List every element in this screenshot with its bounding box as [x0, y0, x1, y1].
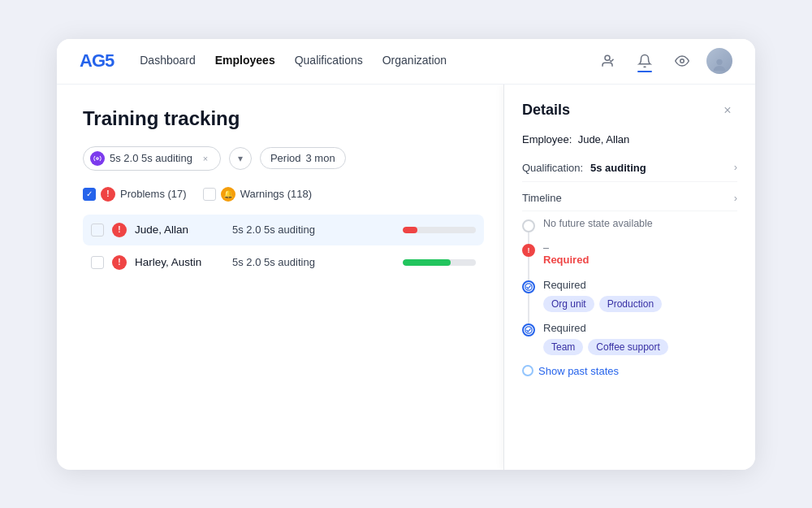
row1-checkbox[interactable]: [91, 224, 104, 237]
employee-label: Employee:: [522, 133, 572, 145]
row2-problem-badge: !: [112, 255, 127, 270]
team-tag-row: Team Coffee support: [543, 339, 737, 355]
required-org-label: Required: [543, 279, 737, 291]
timeline-dropdown[interactable]: Timeline ›: [522, 185, 737, 211]
table-row[interactable]: ! Jude, Allan 5s 2.0 5s auditing: [83, 215, 484, 245]
close-button[interactable]: ×: [718, 101, 737, 120]
coffee-support-tag: Coffee support: [588, 339, 668, 355]
problems-badge: !: [101, 187, 115, 202]
eye-icon-btn[interactable]: [669, 48, 695, 74]
nav-link-employees[interactable]: Employees: [215, 54, 275, 68]
show-past-dot: [522, 365, 533, 376]
timeline-item-required-red: ! – Required: [522, 242, 737, 269]
bell-icon-btn[interactable]: [632, 48, 658, 74]
show-past-states-btn[interactable]: Show past states: [522, 365, 737, 377]
row2-progress-fill: [403, 259, 451, 266]
timeline-section: No future state available ! – Required: [522, 218, 737, 377]
filter-chip[interactable]: 5s 2.0 5s auditing ×: [83, 146, 221, 171]
timeline-item-no-future: No future state available: [522, 218, 737, 232]
svg-point-1: [680, 59, 685, 63]
timeline-chevron-icon: ›: [734, 192, 737, 204]
table-row[interactable]: ! Harley, Austin 5s 2.0 5s auditing: [83, 247, 484, 278]
check-row: ! Problems (17) 🔔 Warnings (118): [83, 187, 484, 202]
row1-qual: 5s 2.0 5s auditing: [232, 224, 395, 236]
filter-chip-label: 5s 2.0 5s auditing: [110, 152, 192, 164]
left-panel: Training tracking 5s 2.0 5s auditing × ▾: [57, 85, 503, 470]
timeline-item-required-team: Required Team Coffee support: [522, 322, 737, 355]
required-red-state: Required: [543, 254, 737, 266]
warnings-check-item: 🔔 Warnings (118): [203, 187, 312, 202]
svg-point-4: [525, 283, 532, 289]
timeline-item-required-org: Required Org unit Production: [522, 279, 737, 312]
employee-value: Jude, Allan: [578, 133, 630, 145]
qualification-label: Qualification:: [522, 162, 583, 174]
svg-point-5: [525, 326, 532, 332]
qualification-dropdown[interactable]: Qualification: 5s auditing ›: [522, 154, 737, 182]
filter-chip-close[interactable]: ×: [199, 152, 212, 165]
no-future-label: No future state available: [543, 218, 737, 229]
employee-field: Employee: Jude, Allan: [522, 133, 737, 145]
timeline-dot-blue1: [522, 280, 535, 293]
warnings-checkbox[interactable]: [203, 188, 216, 201]
svg-point-3: [97, 157, 99, 159]
app-shell: AG5 Dashboard Employees Qualifications O…: [57, 39, 755, 470]
nav-link-qualifications[interactable]: Qualifications: [295, 54, 363, 68]
nav-icons: [594, 48, 732, 74]
row2-qual: 5s 2.0 5s auditing: [232, 256, 395, 268]
timeline-dot-gray: [522, 219, 535, 232]
chevron-down-icon: ▾: [238, 153, 243, 164]
org-tag-row: Org unit Production: [543, 296, 737, 312]
warnings-badge: 🔔: [221, 187, 235, 202]
problems-checkbox[interactable]: [83, 188, 96, 201]
nav-link-organization[interactable]: Organization: [382, 54, 447, 68]
timeline-content-required-red: – Required: [543, 242, 737, 269]
app-logo: AG5: [80, 50, 114, 72]
row2-checkbox[interactable]: [91, 256, 104, 269]
details-header: Details ×: [522, 101, 737, 120]
svg-point-2: [716, 59, 722, 65]
org-unit-tag: Org unit: [543, 296, 594, 312]
filter-row: 5s 2.0 5s auditing × ▾ Period 3 mon: [83, 146, 484, 171]
row1-progress-fill: [403, 227, 417, 233]
timeline-dot-blue2: [522, 323, 535, 336]
filter-dropdown-btn[interactable]: ▾: [229, 147, 252, 170]
row1-name: Jude, Allan: [135, 224, 224, 236]
required-team-label: Required: [543, 322, 737, 334]
production-tag: Production: [599, 296, 662, 312]
period-value: 3 mon: [305, 152, 335, 164]
filter-chip-icon: [90, 151, 105, 166]
problems-check-item: ! Problems (17): [83, 187, 187, 202]
page-title: Training tracking: [83, 107, 484, 130]
timeline-content-org: Required Org unit Production: [543, 279, 737, 312]
row2-progress-bar: [403, 259, 476, 266]
user-avatar[interactable]: [706, 48, 732, 74]
nav-links: Dashboard Employees Qualifications Organ…: [140, 54, 594, 68]
timeline-dot-red: !: [522, 244, 535, 257]
period-label: Period: [270, 152, 301, 164]
svg-point-0: [605, 55, 610, 60]
show-past-label: Show past states: [538, 365, 619, 377]
nav-link-dashboard[interactable]: Dashboard: [140, 54, 196, 68]
user-check-icon-btn[interactable]: [594, 48, 620, 74]
nav: AG5 Dashboard Employees Qualifications O…: [57, 39, 755, 85]
qualification-value: 5s auditing: [590, 162, 646, 174]
timeline-content-team: Required Team Coffee support: [543, 322, 737, 355]
timeline-label: Timeline: [522, 192, 562, 204]
team-tag: Team: [543, 339, 583, 355]
row1-progress-bar: [403, 227, 476, 233]
period-chip: Period 3 mon: [260, 147, 346, 169]
row2-name: Harley, Austin: [135, 256, 224, 268]
details-title: Details: [522, 102, 570, 119]
qualification-chevron-icon: ›: [734, 161, 737, 173]
dash-label: –: [543, 242, 737, 254]
timeline-content-no-future: No future state available: [543, 218, 737, 229]
main-content: Training tracking 5s 2.0 5s auditing × ▾: [57, 85, 755, 470]
details-panel: Details × Employee: Jude, Allan Qualific…: [503, 85, 755, 470]
warnings-label: Warnings (118): [240, 188, 312, 200]
problems-label: Problems (17): [120, 188, 187, 200]
row1-problem-badge: !: [112, 223, 127, 237]
